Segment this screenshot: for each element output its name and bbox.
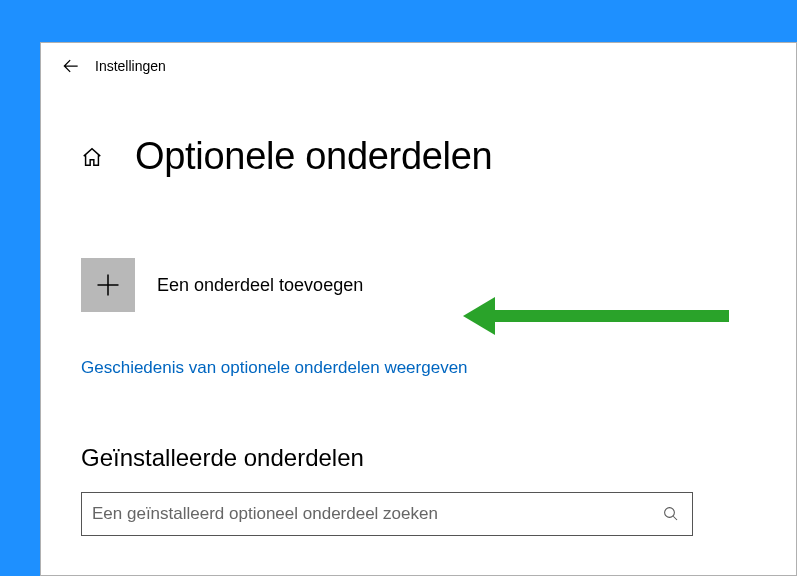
titlebar: Instellingen <box>41 43 796 89</box>
home-icon[interactable] <box>81 146 103 168</box>
svg-point-0 <box>665 508 675 518</box>
history-link[interactable]: Geschiedenis van optionele onderdelen we… <box>81 358 756 378</box>
search-box[interactable] <box>81 492 693 536</box>
search-input[interactable] <box>92 504 662 524</box>
add-feature-label: Een onderdeel toevoegen <box>157 275 363 296</box>
heading-row: Optionele onderdelen <box>81 135 756 178</box>
installed-section-title: Geïnstalleerde onderdelen <box>81 444 756 472</box>
back-arrow-icon <box>61 56 81 76</box>
page-title: Optionele onderdelen <box>135 135 492 178</box>
search-icon <box>662 505 680 523</box>
back-button[interactable] <box>51 46 91 86</box>
content-area: Optionele onderdelen Een onderdeel toevo… <box>41 135 796 536</box>
plus-tile <box>81 258 135 312</box>
settings-window: Instellingen Optionele onderdelen Een on… <box>40 42 797 576</box>
plus-icon <box>94 271 122 299</box>
app-title: Instellingen <box>95 58 166 74</box>
add-feature-button[interactable]: Een onderdeel toevoegen <box>81 258 756 312</box>
